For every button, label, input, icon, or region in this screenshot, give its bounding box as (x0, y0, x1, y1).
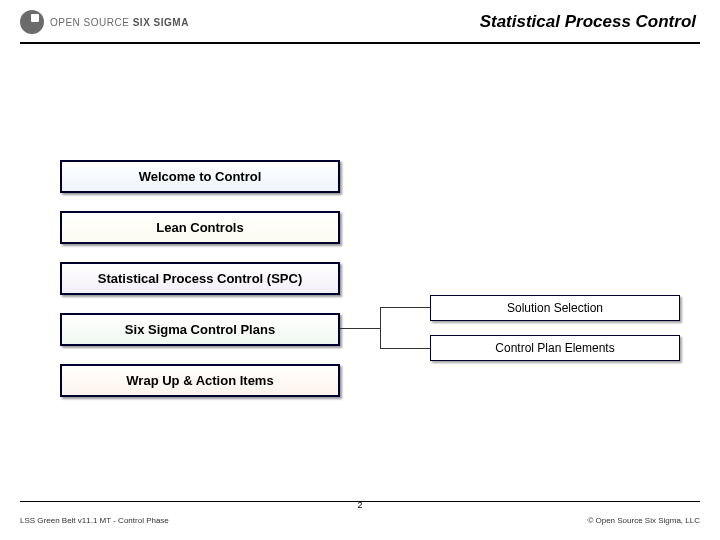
page-number: 2 (357, 500, 362, 510)
logo-text: OPEN SOURCE SIX SIGMA (50, 17, 189, 28)
footer-left: LSS Green Belt v11.1 MT - Control Phase (20, 516, 169, 525)
agenda-item-label: Statistical Process Control (SPC) (98, 271, 302, 286)
logo-text-emph: SIX SIGMA (133, 17, 189, 28)
agenda-item-label: Lean Controls (156, 220, 243, 235)
detail-item-solution: Solution Selection (430, 295, 680, 321)
slide: OPEN SOURCE SIX SIGMA Statistical Proces… (0, 0, 720, 540)
slide-title: Statistical Process Control (480, 12, 696, 32)
agenda-diagram: Welcome to Control Lean Controls Statist… (40, 90, 680, 460)
slide-footer: LSS Green Belt v11.1 MT - Control Phase … (20, 510, 700, 530)
agenda-item-spc: Statistical Process Control (SPC) (60, 262, 340, 295)
footer-right: © Open Source Six Sigma, LLC (587, 516, 700, 525)
agenda-item-label: Six Sigma Control Plans (125, 322, 275, 337)
agenda-item-label: Wrap Up & Action Items (126, 373, 273, 388)
detail-item-label: Control Plan Elements (495, 341, 614, 355)
agenda-detail-list: Solution Selection Control Plan Elements (430, 295, 680, 375)
header-divider (20, 42, 700, 44)
agenda-item-welcome: Welcome to Control (60, 160, 340, 193)
logo-text-main: OPEN SOURCE (50, 17, 129, 28)
detail-item-label: Solution Selection (507, 301, 603, 315)
agenda-item-wrapup: Wrap Up & Action Items (60, 364, 340, 397)
agenda-list: Welcome to Control Lean Controls Statist… (60, 160, 340, 415)
detail-item-elements: Control Plan Elements (430, 335, 680, 361)
connector-icon (340, 295, 440, 365)
slide-header: OPEN SOURCE SIX SIGMA Statistical Proces… (20, 10, 700, 40)
agenda-item-plans: Six Sigma Control Plans (60, 313, 340, 346)
agenda-item-label: Welcome to Control (139, 169, 262, 184)
logo-mark-icon (20, 10, 44, 34)
agenda-item-lean: Lean Controls (60, 211, 340, 244)
